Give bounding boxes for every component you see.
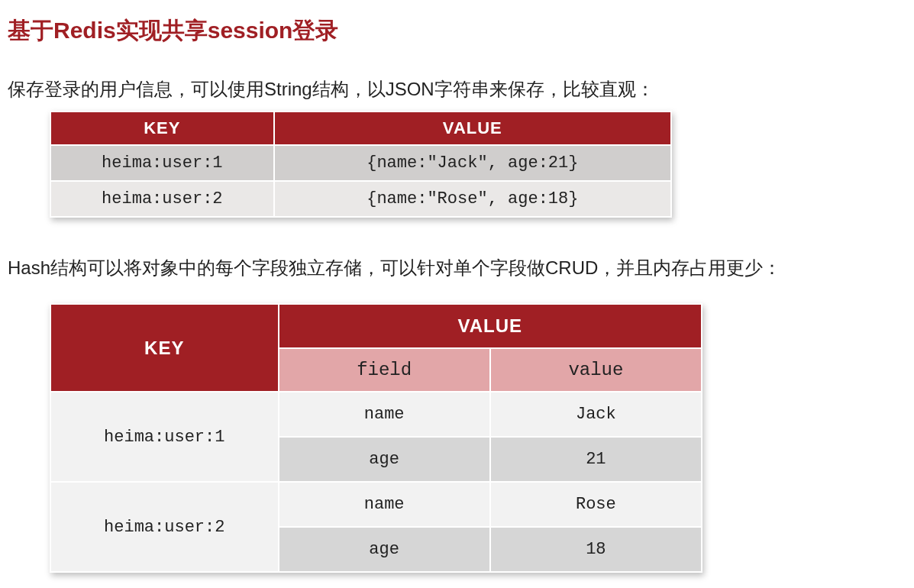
cell-value: Rose [490, 482, 702, 527]
hash-table-head-key: KEY [50, 304, 279, 392]
string-section-description: 保存登录的用户信息，可以使用String结构，以JSON字符串来保存，比较直观： [8, 77, 906, 102]
cell-key: heima:user:2 [50, 482, 279, 572]
hash-table-head-value: VALUE [279, 304, 702, 348]
string-table: KEY VALUE heima:user:1 {name:"Jack", age… [50, 111, 672, 218]
hash-table: KEY VALUE field value heima:user:1 name … [50, 303, 702, 573]
string-table-wrap: KEY VALUE heima:user:1 {name:"Jack", age… [50, 111, 906, 218]
cell-field: name [279, 482, 490, 527]
string-table-head-value: VALUE [274, 111, 671, 145]
hash-table-subhead-field: field [279, 348, 490, 392]
table-row: heima:user:1 {name:"Jack", age:21} [50, 145, 671, 181]
cell-value: 18 [490, 527, 702, 572]
hash-table-subhead-value: value [490, 348, 702, 392]
table-row: heima:user:2 {name:"Rose", age:18} [50, 181, 671, 217]
cell-key: heima:user:1 [50, 392, 279, 482]
cell-field: age [279, 527, 490, 572]
hash-table-wrap: KEY VALUE field value heima:user:1 name … [50, 303, 906, 573]
cell-value: 21 [490, 437, 702, 482]
table-row: heima:user:1 name Jack [50, 392, 702, 437]
page-title: 基于Redis实现共享session登录 [8, 15, 906, 47]
cell-field: name [279, 392, 490, 437]
cell-value: Jack [490, 392, 702, 437]
table-row: heima:user:2 name Rose [50, 482, 702, 527]
string-table-head-key: KEY [50, 111, 274, 145]
cell-key: heima:user:2 [50, 181, 274, 217]
cell-key: heima:user:1 [50, 145, 274, 181]
cell-value: {name:"Rose", age:18} [274, 181, 671, 217]
cell-field: age [279, 437, 490, 482]
hash-section-description: Hash结构可以将对象中的每个字段独立存储，可以针对单个字段做CRUD，并且内存… [8, 256, 906, 280]
cell-value: {name:"Jack", age:21} [274, 145, 671, 181]
